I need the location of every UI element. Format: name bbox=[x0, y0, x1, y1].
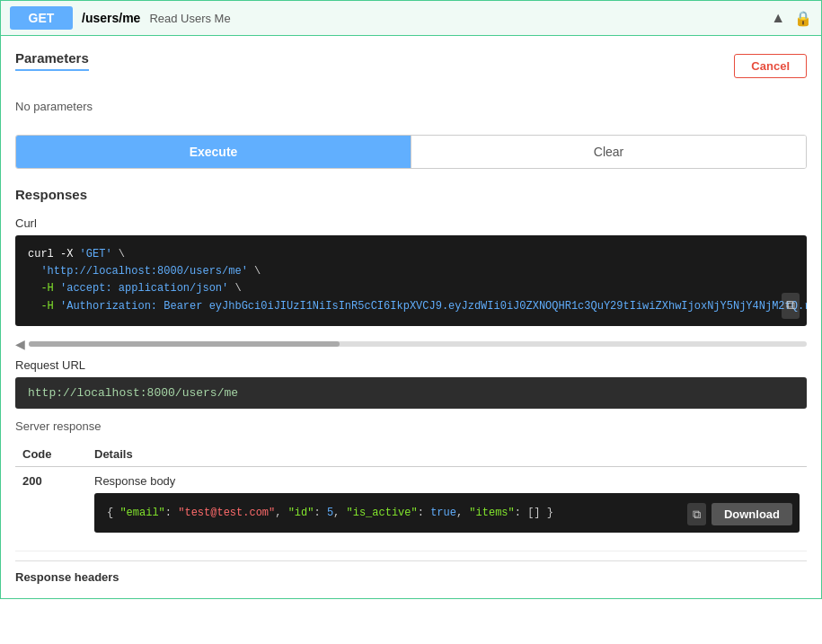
response-code: 200 bbox=[15, 466, 87, 551]
execute-button[interactable]: Execute bbox=[16, 136, 411, 168]
parameters-header: Parameters Cancel bbox=[15, 50, 807, 82]
response-body-label: Response body bbox=[94, 474, 800, 488]
cancel-button[interactable]: Cancel bbox=[734, 54, 807, 78]
response-headers-label: Response headers bbox=[15, 570, 807, 584]
code-column-header: Code bbox=[15, 442, 87, 467]
method-badge: GET bbox=[10, 6, 73, 30]
response-details: Response body { "email": "test@test.com"… bbox=[87, 466, 807, 551]
curl-copy-icon[interactable]: ⧉ bbox=[782, 293, 800, 318]
scroll-bar-track[interactable] bbox=[29, 341, 807, 347]
request-url-label: Request URL bbox=[15, 358, 807, 372]
endpoint-header: GET /users/me Read Users Me ▲ 🔒 bbox=[0, 0, 822, 36]
json-copy-button[interactable]: ⧉ bbox=[687, 503, 706, 525]
details-column-header: Details bbox=[87, 442, 807, 467]
table-row: 200 Response body { "email": "test@test.… bbox=[15, 466, 807, 551]
response-body-block: { "email": "test@test.com", "id": 5, "is… bbox=[94, 493, 800, 533]
curl-code-block: curl -X 'GET' \ 'http://localhost:8000/u… bbox=[15, 235, 807, 326]
lock-icon[interactable]: 🔒 bbox=[794, 10, 812, 27]
clear-button[interactable]: Clear bbox=[411, 136, 806, 168]
collapse-icon[interactable]: ▲ bbox=[771, 10, 785, 26]
endpoint-summary: Read Users Me bbox=[149, 12, 230, 25]
action-buttons-group: Execute Clear bbox=[15, 135, 807, 169]
divider bbox=[15, 560, 807, 561]
no-params-text: No parameters bbox=[15, 93, 807, 120]
endpoint-path: /users/me bbox=[82, 11, 140, 25]
response-table: Code Details 200 Response body { "email"… bbox=[15, 442, 807, 551]
scroll-bar-thumb bbox=[29, 341, 340, 347]
header-controls: ▲ 🔒 bbox=[771, 10, 812, 27]
server-response-label: Server response bbox=[15, 419, 807, 433]
scroll-hint: ◀ bbox=[15, 337, 807, 351]
download-button[interactable]: Download bbox=[712, 503, 792, 525]
request-url-block: http://localhost:8000/users/me bbox=[15, 377, 807, 409]
main-content: Parameters Cancel No parameters Execute … bbox=[0, 36, 822, 599]
json-actions: ⧉ Download bbox=[687, 503, 792, 525]
parameters-title: Parameters bbox=[15, 50, 89, 71]
curl-label: Curl bbox=[15, 216, 807, 230]
scroll-left-arrow[interactable]: ◀ bbox=[15, 337, 25, 351]
responses-title: Responses bbox=[15, 187, 807, 202]
